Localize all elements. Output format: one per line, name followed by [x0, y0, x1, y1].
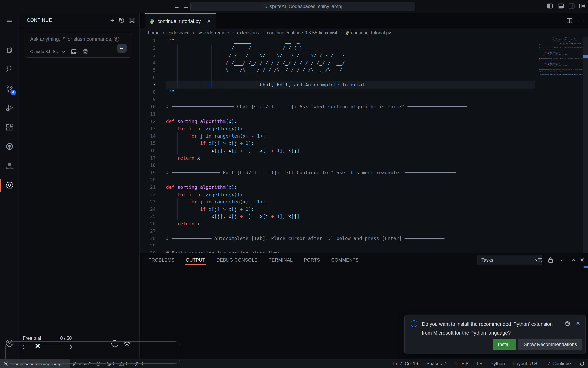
code-line[interactable]: / ____/___ ____ / /_(_)___ __ _____: [166, 45, 342, 52]
lock-icon[interactable]: [548, 257, 553, 263]
panel-tab-ports[interactable]: PORTS: [303, 255, 320, 266]
model-selector[interactable]: Claude 3.5 S...: [30, 49, 59, 54]
code-line[interactable]: for i in range(len(x)):: [166, 125, 243, 132]
remote-indicator[interactable]: Codespaces: shiny lamp: [0, 359, 70, 368]
panel-tab-problems[interactable]: PROBLEMS: [148, 255, 175, 266]
git-branch-item[interactable]: main*: [72, 361, 91, 366]
editor-more-actions-icon[interactable]: ···: [578, 17, 585, 24]
code-line[interactable]: Chat, Edit, and Autocomplete tutorial: [166, 81, 365, 89]
tab-continue-tutorial[interactable]: continue_tutorial.py ✕: [145, 13, 216, 28]
slider-handle[interactable]: ✕: [35, 342, 41, 350]
continue-settings-gear-icon[interactable]: [123, 340, 131, 347]
code-line[interactable]: """ ______ __ _: [166, 37, 300, 45]
extensions-icon[interactable]: [0, 118, 19, 136]
status-item[interactable]: LF: [477, 361, 482, 366]
code-line[interactable]: x[j], x[j + 1] = x[j + 1], x[j]: [166, 213, 300, 220]
breadcrumb-item[interactable]: extensions: [237, 30, 259, 36]
code-line[interactable]: return x: [166, 154, 200, 162]
continue-status-item[interactable]: ✓ Continue: [547, 361, 571, 366]
code-line[interactable]: def sorting_algorithm(x):: [166, 118, 237, 125]
breadcrumb-item[interactable]: home: [148, 30, 160, 36]
toggle-panel-icon[interactable]: [558, 3, 564, 9]
status-item[interactable]: Ln 7, Col 16: [393, 361, 418, 366]
indent-guide: [257, 81, 257, 89]
breadcrumb-item[interactable]: codespace: [167, 30, 190, 36]
panel-scroll-decoration: [584, 267, 588, 267]
devdocs-icon[interactable]: Dev-Docs: [0, 157, 19, 175]
add-context-icon[interactable]: @: [83, 48, 88, 55]
status-item[interactable]: Python: [490, 361, 505, 366]
nav-forward-button[interactable]: →: [182, 3, 190, 10]
code-line[interactable]: for i in range(len(x)):: [166, 191, 243, 198]
code-editor[interactable]: 1234567891011121314151617181920212223242…: [140, 37, 588, 253]
code-line[interactable]: for j in range(len(x) - 1):: [166, 132, 265, 140]
notification-settings-gear-icon[interactable]: [565, 320, 571, 326]
panel-tab-terminal[interactable]: TERMINAL: [268, 255, 293, 266]
free-trial-label: Free trial: [23, 336, 41, 341]
minimap[interactable]: """ ______ __ _ / ____/___ ____ / /_(_)_…: [536, 37, 583, 251]
code-line[interactable]: if x[j] > x[j + 1]:: [166, 140, 254, 147]
code-line[interactable]: # ────────────────────── Chat [Ctrl/Ctrl…: [166, 103, 467, 110]
code-line[interactable]: """: [166, 88, 175, 96]
notification-close-icon[interactable]: ✕: [576, 320, 580, 327]
code-line[interactable]: x[j], x[j + 1] = x[j + 1], x[j]: [166, 147, 300, 154]
breadcrumb-item[interactable]: .vscode-remote: [197, 30, 229, 36]
show-recommendations-button[interactable]: Show Recommendations: [518, 339, 582, 350]
fullscreen-icon[interactable]: [129, 17, 135, 23]
notifications-bell-icon[interactable]: [579, 361, 585, 367]
code-line[interactable]: for j in range(len(x) - 1):: [166, 198, 265, 206]
history-icon[interactable]: [119, 17, 125, 23]
panel-tab-output[interactable]: OUTPUT: [185, 255, 206, 266]
source-control-icon[interactable]: 4: [0, 80, 19, 98]
sync-icon[interactable]: [96, 361, 101, 366]
panel-tab-comments[interactable]: COMMENTS: [331, 255, 359, 266]
status-item[interactable]: Spaces: 4: [426, 361, 447, 366]
ports-item[interactable]: 0: [134, 361, 143, 366]
clear-output-icon[interactable]: [537, 257, 543, 263]
account-icon[interactable]: [0, 334, 19, 352]
panel-tab-debug-console[interactable]: DEBUG CONSOLE: [216, 255, 258, 266]
code-line[interactable]: def sorting_algorithm(x):: [166, 184, 237, 191]
tab-close-icon[interactable]: ✕: [207, 18, 211, 24]
explorer-icon[interactable]: [0, 41, 19, 59]
chat-input-box[interactable]: Ask anything, '/' for slash commands, '@…: [25, 33, 132, 58]
toggle-sidebar-icon[interactable]: [547, 3, 553, 9]
code-line[interactable]: # ───────────────── Edit [Cmd/Ctrl + I]:…: [166, 169, 456, 176]
problems-item[interactable]: 0 0: [106, 361, 129, 366]
code-line[interactable]: / /___/ /_/ / / / / /_/ / / / / /_/ / __…: [166, 59, 345, 67]
indent-guide: [189, 140, 189, 147]
free-trial-progress-bar[interactable]: [23, 345, 72, 349]
menu-icon[interactable]: [0, 13, 19, 30]
run-debug-icon[interactable]: [0, 99, 19, 117]
new-session-icon[interactable]: +: [110, 17, 114, 23]
toggle-secondary-sidebar-icon[interactable]: [568, 3, 575, 9]
install-button[interactable]: Install: [493, 339, 516, 350]
panel-close-icon[interactable]: ✕: [580, 257, 584, 263]
more-options-icon[interactable]: ···: [111, 340, 118, 347]
submit-button[interactable]: ↵: [117, 44, 127, 53]
code-line[interactable]: \____/\____/_/ /_/\__/_/_/ /_/\__,_/\___…: [166, 66, 342, 74]
editor-scrollbar[interactable]: [583, 37, 588, 253]
chevron-down-icon[interactable]: [62, 50, 65, 52]
split-editor-icon[interactable]: [566, 18, 572, 24]
github-icon[interactable]: [0, 138, 19, 155]
output-channel-dropdown[interactable]: Tasks: [477, 255, 542, 265]
status-item[interactable]: UTF-8: [455, 361, 468, 366]
breadcrumb-item[interactable]: continue_tutorial.py: [345, 30, 391, 36]
nav-back-button[interactable]: ←: [173, 3, 180, 10]
image-attach-icon[interactable]: [71, 49, 77, 55]
customize-layout-icon[interactable]: [579, 3, 586, 9]
code-line[interactable]: [166, 74, 234, 81]
search-sidebar-icon[interactable]: [0, 60, 19, 78]
breadcrumb-item[interactable]: continue.continue-0.8.55-linux-x64: [267, 30, 337, 36]
code-line[interactable]: if x[j] > x[j + 1]:: [166, 206, 254, 213]
code-line[interactable]: return x: [166, 220, 200, 228]
chevron-up-icon[interactable]: [572, 259, 575, 262]
panel-more-actions-icon[interactable]: ···: [558, 257, 565, 263]
code-line[interactable]: / / / __ \/ __ \/ __/ / __ \/ / / / _ \: [166, 52, 345, 59]
status-item[interactable]: Layout: U.S.: [513, 361, 539, 366]
code-line[interactable]: # ────────────── Autocomplete [Tab]: Pla…: [166, 235, 444, 242]
code-line[interactable]: # Basic assertion for sorting algorithm:: [166, 249, 280, 253]
command-center-search[interactable]: spriteAI [Codespaces: shiny lamp]: [190, 2, 415, 11]
continue-icon[interactable]: [0, 176, 19, 194]
